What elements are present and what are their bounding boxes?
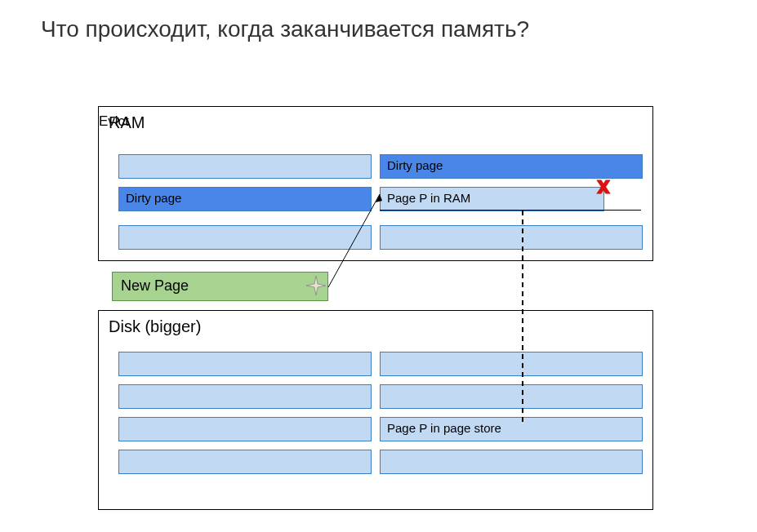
disk-page-5 (118, 417, 372, 441)
disk-page-7 (118, 450, 372, 474)
ram-label: RAM (109, 113, 145, 132)
x-icon (594, 178, 612, 196)
disk-page-8 (380, 450, 643, 474)
ram-page-3-dirty: Dirty page (118, 187, 372, 211)
disk-page-4 (380, 384, 643, 409)
disk-page-1 (118, 352, 372, 376)
ram-container: RAM Dirty page Dirty page Page P in RAM … (98, 106, 653, 261)
ram-page-6 (380, 225, 643, 250)
disk-page-2 (380, 352, 643, 376)
ram-page-5 (118, 225, 372, 250)
disk-container: Disk (bigger) Page P in page store (98, 310, 653, 510)
ram-page-2-dirty: Dirty page (380, 154, 643, 179)
ram-page-1 (118, 154, 372, 179)
disk-page-3 (118, 384, 372, 409)
disk-page-p-in-store: Page P in page store (380, 417, 643, 441)
disk-label: Disk (bigger) (109, 317, 201, 336)
evict-underline (380, 210, 641, 211)
new-page-box: New Page (112, 272, 328, 301)
slide-title: Что происходит, когда заканчивается памя… (41, 16, 529, 42)
ram-page-p-in-ram: Page P in RAM (380, 187, 604, 211)
star-icon (306, 276, 326, 295)
